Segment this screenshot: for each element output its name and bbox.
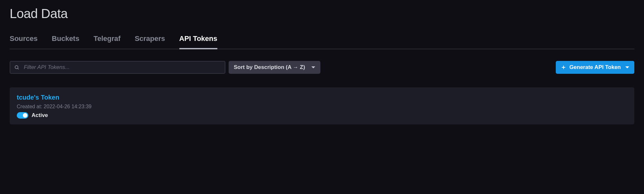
search-icon (14, 65, 19, 70)
chevron-down-icon (311, 66, 315, 68)
search-input[interactable] (10, 61, 225, 74)
token-card: tcude's Token Created at: 2022-04-26 14:… (10, 87, 634, 124)
token-created-at: Created at: 2022-04-26 14:23:39 (17, 104, 627, 110)
tab-api-tokens[interactable]: API Tokens (179, 34, 217, 49)
controls-bar: Sort by Description (A → Z) Generate API… (10, 61, 634, 74)
tab-sources[interactable]: Sources (10, 34, 38, 49)
chevron-down-icon (625, 66, 629, 68)
tab-buckets[interactable]: Buckets (52, 34, 80, 49)
page-title: Load Data (10, 6, 634, 21)
search-wrap (10, 61, 225, 74)
svg-point-0 (15, 66, 18, 69)
token-active-toggle[interactable] (17, 112, 28, 119)
sort-dropdown[interactable]: Sort by Description (A → Z) (229, 61, 320, 74)
generate-button-label: Generate API Token (569, 64, 621, 71)
token-status-row: Active (17, 112, 627, 119)
sort-label: Sort by Description (A → Z) (234, 64, 305, 71)
plus-icon (561, 65, 566, 70)
generate-api-token-button[interactable]: Generate API Token (556, 61, 634, 74)
tabs-bar: Sources Buckets Telegraf Scrapers API To… (10, 34, 634, 49)
tab-telegraf[interactable]: Telegraf (93, 34, 120, 49)
token-name-link[interactable]: tcude's Token (17, 94, 59, 101)
token-status-label: Active (32, 112, 48, 119)
svg-line-1 (18, 68, 19, 69)
toggle-knob (23, 113, 27, 118)
tab-scrapers[interactable]: Scrapers (135, 34, 165, 49)
